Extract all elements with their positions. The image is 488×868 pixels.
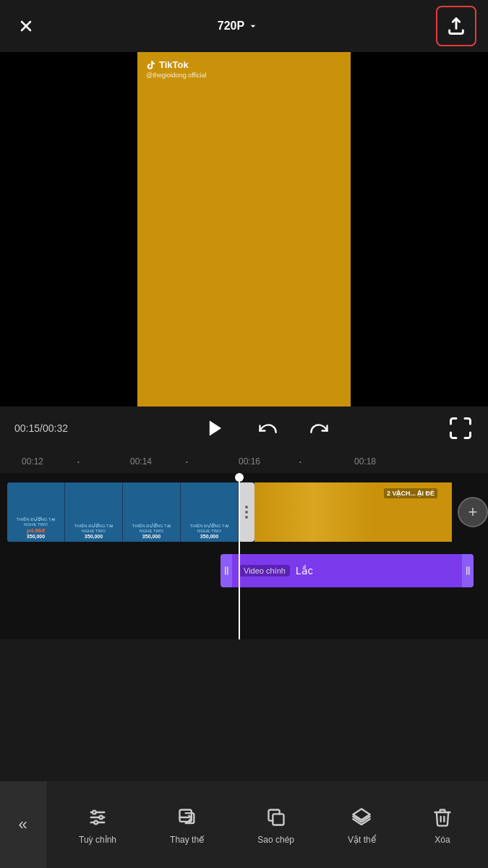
trash-icon (429, 804, 455, 830)
video-frame: TikTok @thegioidong.official (137, 52, 351, 407)
svg-point-11 (99, 816, 103, 820)
time-display: 00:15/00:32 (14, 422, 87, 434)
ruler-dot-3: • (299, 459, 301, 465)
layers-icon (348, 804, 374, 830)
tool-xoa[interactable]: Xóa (427, 799, 458, 851)
vat-the-label: Vật thể (348, 835, 376, 845)
controls-bar: 00:15/00:32 (0, 407, 488, 450)
video-segment-blue[interactable]: THIÊN ĐƯỜNG TẠI NGHE TWO p4.86đ 350,000 … (7, 482, 239, 542)
playback-controls (87, 415, 448, 441)
add-icon: + (468, 503, 478, 522)
export-button[interactable] (436, 6, 476, 46)
undo-button[interactable] (254, 415, 281, 441)
video-segment-yellow[interactable]: 2 VẠCH... ẠI ĐÈ (254, 482, 452, 542)
thumb-1: THIÊN ĐƯỜNG TẠI NGHE TWO p4.86đ 350,000 (7, 482, 65, 542)
fullscreen-button[interactable] (448, 415, 474, 441)
top-bar: 720P (0, 0, 488, 52)
sao-chep-label: Sao chép (257, 835, 294, 845)
resolution-label: 720P (218, 20, 244, 33)
tool-items: Tuỳ chỉnh Thay thế Sao ché (46, 799, 488, 851)
add-clip-button[interactable]: + (458, 497, 488, 527)
tool-vat-the[interactable]: Vật thể (345, 799, 379, 851)
thumb-3: THIÊN ĐƯỜNG TẠI NGHE TWO 350,000 (123, 482, 181, 542)
motion-tag: Video chính (239, 565, 290, 576)
motion-name: Lắc (296, 565, 313, 576)
sliders-icon (85, 804, 111, 830)
ruler-mark-2: 00:14 (130, 456, 152, 467)
motion-label-area: Video chính Lắc (232, 554, 462, 587)
tool-thay-the[interactable]: Thay thế (167, 799, 207, 851)
thumb-4: THIÊN ĐƯỜNG TẠI NGHE TWO 350,000 (181, 482, 239, 542)
copy-icon (263, 804, 289, 830)
motion-effect-track[interactable]: Video chính Lắc (221, 554, 474, 587)
thumbnail-grid: THIÊN ĐƯỜNG TẠI NGHE TWO p4.86đ 350,000 … (7, 482, 239, 542)
tiktok-logo: TikTok (146, 59, 207, 70)
replace-icon (174, 804, 200, 830)
timeline-area: THIÊN ĐƯỜNG TẠI NGHE TWO p4.86đ 350,000 … (0, 473, 488, 639)
back-icon: « (18, 815, 27, 834)
play-button[interactable] (202, 415, 228, 441)
ruler-mark-3: 00:16 (239, 456, 260, 467)
svg-rect-6 (468, 566, 470, 575)
tuy-chinh-label: Tuỳ chỉnh (79, 835, 116, 845)
timeline-ruler: 00:12 00:14 00:16 00:18 • • • (0, 450, 488, 473)
ruler-mark-1: 00:12 (22, 456, 43, 467)
resolution-selector[interactable]: 720P (218, 20, 259, 33)
ruler-dot-2: • (186, 459, 188, 465)
motion-handle-left[interactable] (221, 554, 232, 587)
svg-rect-5 (466, 566, 468, 575)
xoa-label: Xóa (435, 835, 450, 845)
video-preview: TikTok @thegioidong.official (0, 52, 488, 407)
svg-rect-4 (227, 566, 228, 575)
ruler-mark-4: 00:18 (354, 456, 376, 467)
redo-button[interactable] (307, 415, 333, 441)
playhead[interactable] (239, 473, 240, 639)
svg-point-10 (93, 811, 96, 814)
tool-sao-chep[interactable]: Sao chép (254, 799, 297, 851)
thumb-2: THIÊN ĐƯỜNG TẠI NGHE TWO 350,000 (65, 482, 123, 542)
video-track: THIÊN ĐƯỜNG TẠI NGHE TWO p4.86đ 350,000 … (0, 480, 488, 544)
tiktok-name: TikTok (159, 59, 189, 70)
tiktok-handle: @thegioidong.official (146, 72, 207, 79)
motion-handle-right[interactable] (462, 554, 474, 587)
tool-tuy-chinh[interactable]: Tuỳ chỉnh (76, 799, 119, 851)
cut-handle[interactable] (239, 482, 254, 542)
bottom-toolbar: « Tuỳ chỉnh (0, 781, 488, 868)
svg-rect-15 (273, 814, 283, 825)
ruler-dot-1: • (77, 459, 80, 465)
tiktok-watermark: TikTok @thegioidong.official (146, 59, 207, 79)
svg-marker-2 (209, 421, 221, 436)
close-button[interactable] (12, 12, 40, 41)
thay-the-label: Thay thế (170, 835, 204, 845)
back-button[interactable]: « (0, 781, 46, 868)
svg-rect-3 (225, 566, 226, 575)
svg-point-12 (94, 821, 98, 825)
